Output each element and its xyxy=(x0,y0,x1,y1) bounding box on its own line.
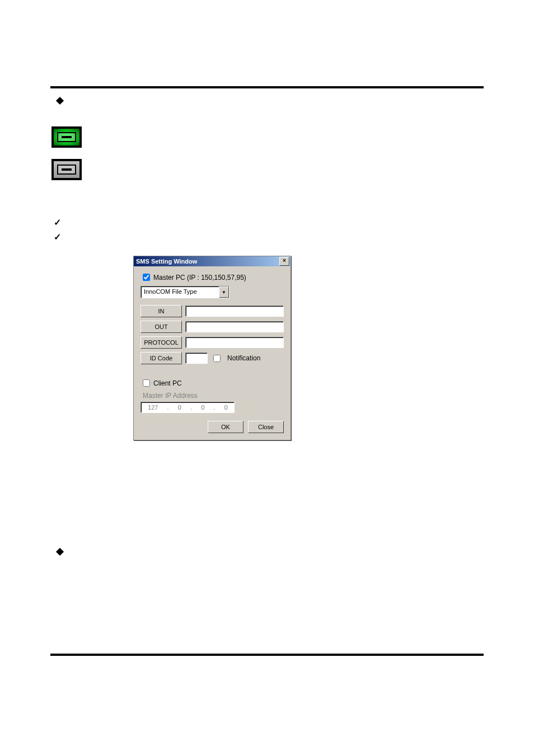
notification-label: Notification xyxy=(227,354,260,362)
ip-octet: 0 xyxy=(224,404,228,411)
client-pc-label: Client PC xyxy=(153,379,182,387)
notification-checkbox[interactable] xyxy=(213,355,221,362)
diamond-bullet xyxy=(56,548,64,556)
file-type-selected: InnoCOM File Type xyxy=(141,287,219,298)
sms-icon-active xyxy=(51,126,82,148)
idcode-input[interactable] xyxy=(185,353,208,364)
idcode-button[interactable]: ID Code xyxy=(140,352,182,364)
master-pc-label: Master PC (IP : 150,150,57,95) xyxy=(153,274,246,281)
close-icon[interactable]: × xyxy=(279,257,289,266)
sms-setting-dialog: SMS Setting Window × Master PC (IP : 150… xyxy=(133,256,291,440)
in-input[interactable] xyxy=(185,306,284,317)
ip-octet: 0 xyxy=(178,404,181,411)
out-button[interactable]: OUT xyxy=(140,321,182,333)
sms-icon-inactive xyxy=(51,159,82,180)
client-pc-checkbox[interactable] xyxy=(143,379,150,387)
client-pc-row: Client PC xyxy=(140,378,284,388)
close-button[interactable]: Close xyxy=(248,421,284,433)
in-button[interactable]: IN xyxy=(140,305,182,317)
hr-top xyxy=(50,86,484,88)
ip-octet: 127 xyxy=(148,404,158,411)
file-type-dropdown[interactable]: InnoCOM File Type ▼ xyxy=(140,286,229,298)
ok-button[interactable]: OK xyxy=(208,421,243,433)
master-ip-label: Master IP Address xyxy=(143,392,284,400)
titlebar: SMS Setting Window × xyxy=(134,256,291,266)
check-icon: ✓ xyxy=(54,217,61,228)
master-pc-checkbox[interactable] xyxy=(143,274,150,281)
ip-octet: 0 xyxy=(201,404,204,411)
chevron-down-icon: ▼ xyxy=(219,287,229,298)
hr-bottom xyxy=(50,654,484,656)
diamond-bullet xyxy=(56,97,64,105)
out-input[interactable] xyxy=(185,321,284,332)
dialog-title: SMS Setting Window xyxy=(136,258,197,265)
protocol-input[interactable] xyxy=(185,337,284,348)
master-ip-input[interactable]: 127. 0. 0. 0 xyxy=(140,402,235,413)
protocol-button[interactable]: PROTOCOL xyxy=(140,336,182,349)
master-pc-row: Master PC (IP : 150,150,57,95) xyxy=(140,272,284,283)
check-icon: ✓ xyxy=(54,232,61,242)
